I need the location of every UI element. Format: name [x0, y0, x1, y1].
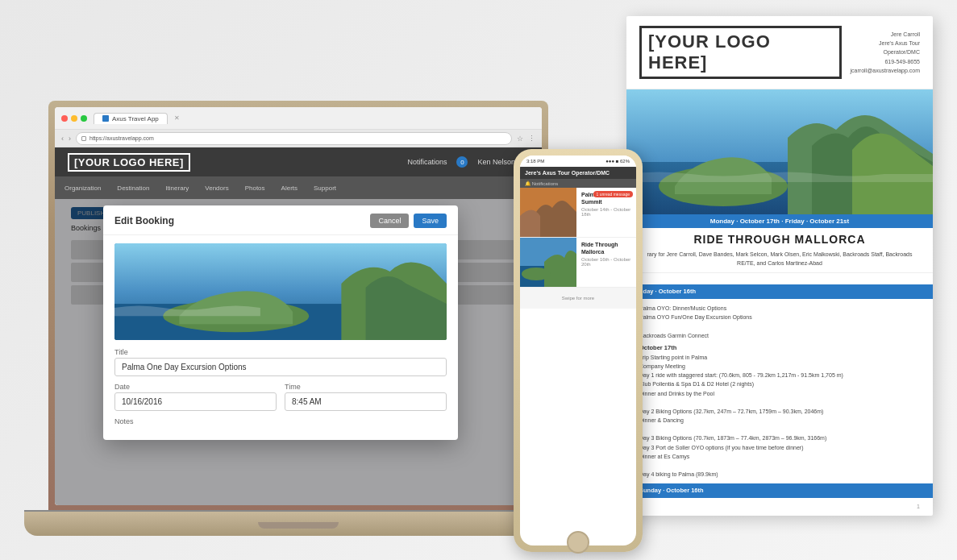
phone-card-1-img	[520, 188, 576, 238]
doc-date-bar: Monday · October 17th · Friday · October…	[626, 214, 933, 228]
doc-contact-email: jcarroll@axustravelapp.com	[842, 66, 920, 75]
notes-label: Notes	[114, 417, 447, 425]
phone-time: 3:18 PM	[526, 159, 544, 164]
field-group-title: Title	[114, 348, 447, 376]
cancel-button[interactable]: Cancel	[370, 214, 409, 228]
lock-icon	[81, 136, 86, 141]
browser-bookmark-icon[interactable]: ☆	[517, 135, 523, 143]
laptop-screen: Axus Travel App ✕ ‹ › https://axustravel…	[55, 107, 542, 505]
doc-section-oct16: nday · October 16th	[626, 284, 933, 299]
browser-maximize-btn[interactable]	[81, 115, 87, 122]
doc-item-3: Backroads Garmin Connect	[639, 331, 920, 340]
browser-back-btn[interactable]: ‹	[61, 135, 64, 143]
browser-addressbar[interactable]: https://axustravelapp.com	[76, 132, 512, 145]
browser-menu-icon[interactable]: ⋮	[528, 135, 535, 143]
doc-contact-role: Jere's Axus Tour Operator/DMC	[842, 39, 920, 56]
browser-minimize-btn[interactable]	[71, 115, 77, 122]
notifications-badge[interactable]: 0	[456, 156, 468, 168]
phone-subheader-text: Notifications	[532, 181, 559, 186]
doc-logo: [YOUR LOGO HERE]	[639, 26, 842, 79]
laptop-screen-outer: Axus Travel App ✕ ‹ › https://axustravel…	[48, 101, 548, 512]
doc-title: RIDE THROUGH MALLORCA	[626, 228, 933, 251]
doc-oct17-10: Dinner at Es Camys	[639, 452, 920, 461]
browser-chrome: Axus Travel App ✕	[55, 107, 542, 130]
phone-status-bar: 3:18 PM ●●● ■ 62%	[520, 156, 636, 167]
modal-header-buttons: Cancel Save	[370, 214, 447, 228]
phone-notification-icon: 🔔	[525, 181, 531, 186]
notifications-label: Notifications	[407, 158, 447, 166]
phone-unread-badge: 1 unread message	[593, 191, 633, 197]
nav-item-vendors[interactable]: Vendors	[202, 183, 231, 193]
date-input[interactable]	[114, 392, 277, 411]
doc-oct17-11: Day 4 biking to Palma (89.9km)	[639, 470, 920, 479]
phone-outer: 3:18 PM ●●● ■ 62% Jere's Axus Tour Opera…	[514, 149, 643, 552]
modal-header: Edit Booking Cancel Save	[103, 205, 458, 235]
document: [YOUR LOGO HERE] Jere Carroll Jere's Axu…	[626, 16, 933, 516]
nav-item-destination[interactable]: Destination	[114, 183, 152, 193]
laptop-body	[24, 512, 572, 536]
field-group-notes: Notes	[114, 417, 447, 425]
browser-tab[interactable]: Axus Travel App	[94, 113, 168, 124]
phone-card-1-date: October 14th - October 18th	[581, 207, 631, 217]
phone-swipe-hint: Swipe for more	[525, 292, 631, 304]
nav-item-itinerary[interactable]: Itinerary	[162, 183, 192, 193]
doc-oct17-7: Dinner & Dancing	[639, 416, 920, 425]
app-logo: [YOUR LOGO HERE]	[68, 153, 190, 172]
date-label: Date	[114, 383, 277, 391]
title-input[interactable]	[114, 358, 447, 376]
doc-oct17-8: Day 3 Biking Options (70.7km, 1873m – 77…	[639, 433, 920, 442]
nav-item-organization[interactable]: Organization	[61, 183, 104, 193]
svg-point-9	[522, 268, 551, 280]
phone-card-2-img	[520, 238, 576, 288]
doc-oct17-2: Company Meeting	[639, 362, 920, 371]
app-nav: Organization Destination Itinerary Vendo…	[55, 176, 542, 199]
doc-item-2: Palma OYO Fun/One Day Excursion Options	[639, 313, 920, 321]
browser-close-btn[interactable]	[61, 115, 68, 122]
title-label: Title	[114, 348, 447, 356]
doc-body: nday · October 16th Palma OYO: Dinner/Mu…	[626, 273, 933, 509]
modal-overlay: Edit Booking Cancel Save	[55, 199, 542, 505]
nav-item-photos[interactable]: Photos	[242, 183, 268, 193]
phone-content-area: Swipe for more	[520, 288, 636, 309]
doc-page-num: 1	[917, 504, 920, 509]
phone-card-1[interactable]: Palma del Mar Summit October 14th - Octo…	[520, 188, 636, 238]
app-content: PUBLISH Bookings Edit Book	[55, 199, 542, 505]
laptop-notch	[258, 522, 339, 529]
browser-forward-btn[interactable]: ›	[69, 135, 71, 143]
doc-photo	[626, 89, 933, 214]
phone-home-button[interactable]	[567, 531, 589, 554]
phone: 3:18 PM ●●● ■ 62% Jere's Axus Tour Opera…	[514, 149, 643, 552]
modal-photo	[114, 243, 447, 340]
nav-item-alerts[interactable]: Alerts	[278, 183, 301, 193]
phone-card-1-content: Palma del Mar Summit October 14th - Octo…	[576, 188, 636, 237]
doc-subtitle: rary for Jere Carroll, Dave Bandes, Mark…	[626, 251, 933, 273]
phone-signal: ●●● ■ 62%	[605, 159, 630, 164]
time-input[interactable]	[285, 392, 447, 411]
edit-booking-modal: Edit Booking Cancel Save	[103, 205, 458, 440]
time-label: Time	[285, 383, 447, 391]
save-button[interactable]: Save	[414, 214, 447, 228]
browser-addressbar-row: ‹ › https://axustravelapp.com ☆ ⋮	[55, 130, 542, 147]
doc-oct17-4: Club Pollentia & Spa D1 & D2 Hotel (2 ni…	[639, 380, 920, 388]
doc-header: [YOUR LOGO HERE] Jere Carroll Jere's Axu…	[626, 16, 933, 89]
nav-item-support[interactable]: Support	[310, 183, 339, 193]
modal-title: Edit Booking	[114, 215, 174, 226]
doc-contact-phone: 619-549-8655	[842, 57, 920, 66]
doc-item-1: Palma OYO: Dinner/Music Options	[639, 304, 920, 313]
browser-tab-favicon	[102, 115, 109, 122]
laptop: Axus Travel App ✕ ‹ › https://axustravel…	[24, 85, 572, 536]
doc-contact: Jere Carroll Jere's Axus Tour Operator/D…	[842, 30, 920, 75]
doc-oct17-6: Day 2 Biking Options (32.7km, 247m – 72.…	[639, 407, 920, 416]
field-group-time: Time	[285, 383, 447, 411]
doc-oct17-3: Day 1 ride with staggered start: (70.6km…	[639, 371, 920, 380]
phone-card-2[interactable]: Ride Through Mallorca October 16th - Oct…	[520, 238, 636, 288]
modal-date-time-row: Date Time	[114, 383, 447, 417]
user-name: Ken Nelson	[477, 158, 515, 166]
doc-section-sunday: Sunday · October 16th	[626, 483, 933, 498]
field-group-date: Date	[114, 383, 277, 411]
doc-contact-name: Jere Carroll	[842, 30, 920, 39]
modal-fields: Title Date Time	[103, 348, 458, 440]
doc-oct17-9: Day 3 Port de Soller OYO options (if you…	[639, 443, 920, 452]
app-header-right: Notifications 0 Ken Nelson ▾	[407, 156, 529, 168]
browser-tab-close[interactable]: ✕	[174, 114, 180, 122]
